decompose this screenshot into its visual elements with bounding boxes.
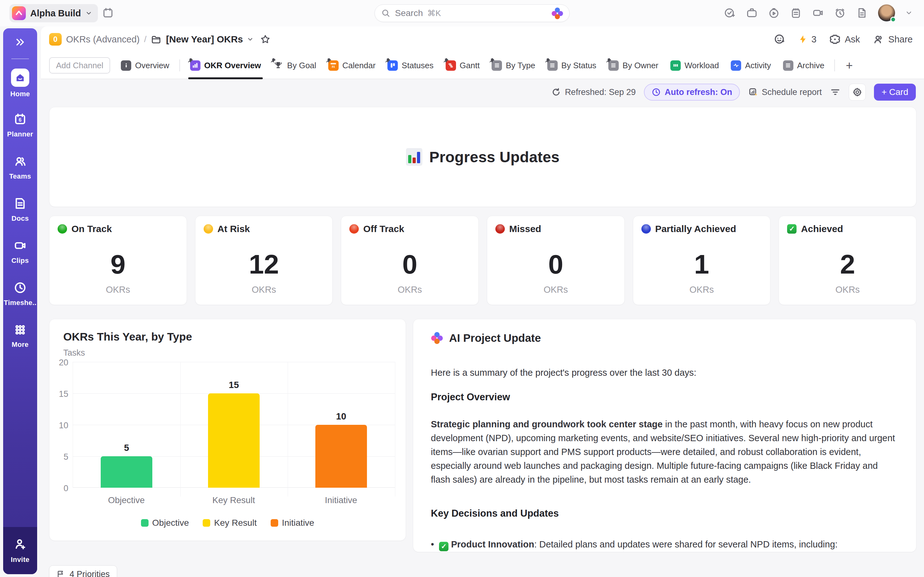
notepad-icon[interactable] bbox=[790, 7, 802, 19]
check-mark-icon: ✓ bbox=[439, 542, 449, 551]
boost-usage[interactable]: 3 bbox=[798, 34, 816, 45]
schedule-report-button[interactable]: Schedule report bbox=[748, 87, 822, 97]
filter-icon[interactable] bbox=[830, 87, 841, 97]
settings-gear-button[interactable] bbox=[849, 84, 866, 101]
reminders-alarm-icon[interactable] bbox=[834, 7, 846, 19]
sidebar: Home 6 Planner Teams Docs Clips Timeshe.… bbox=[3, 28, 37, 574]
feedback-smiley-icon[interactable] bbox=[774, 33, 785, 45]
tab-okr-overview[interactable]: OKR Overview bbox=[186, 52, 266, 79]
ai-icon bbox=[431, 332, 443, 344]
pin-icon bbox=[605, 57, 612, 64]
add-card-button[interactable]: + Card bbox=[874, 84, 916, 101]
add-view-button[interactable]: + bbox=[841, 59, 858, 73]
blue-circle-icon bbox=[641, 224, 651, 234]
sidebar-label-teams: Teams bbox=[9, 172, 31, 181]
bar-objective[interactable]: 5 bbox=[101, 443, 152, 488]
tab-label: Archive bbox=[797, 61, 825, 71]
video-icon[interactable] bbox=[812, 7, 824, 19]
pin-icon bbox=[325, 57, 332, 64]
tab-label: By Owner bbox=[622, 61, 658, 71]
page-title[interactable]: [New Year] OKRs bbox=[166, 34, 243, 45]
sidebar-item-planner[interactable]: 6 Planner bbox=[3, 105, 37, 147]
status-card-partially-achieved[interactable]: Partially Achieved 1 OKRs bbox=[633, 216, 771, 305]
sidebar-item-teams[interactable]: Teams bbox=[3, 147, 37, 189]
bar-key-result[interactable]: 15 bbox=[208, 380, 260, 488]
search-icon bbox=[381, 8, 391, 18]
search-input[interactable]: Search ⌘K bbox=[375, 5, 570, 22]
briefcase-icon[interactable] bbox=[746, 7, 758, 19]
sidebar-item-timesheets[interactable]: Timeshe.. bbox=[3, 273, 37, 315]
dashboard-content: Refreshed: Sep 29 Auto refresh: On Sched… bbox=[41, 79, 924, 577]
docs-icon bbox=[13, 197, 27, 211]
status-label: Partially Achieved bbox=[655, 224, 736, 234]
title-chevron-down-icon[interactable] bbox=[247, 36, 254, 43]
legend-item[interactable]: Initiative bbox=[271, 518, 314, 528]
tab-divider bbox=[834, 60, 835, 71]
legend-item[interactable]: Key Result bbox=[203, 518, 257, 528]
time-tracking-icon[interactable] bbox=[768, 7, 780, 19]
gantt-icon bbox=[446, 60, 456, 71]
tab-label: OKR Overview bbox=[204, 61, 261, 71]
add-channel-button[interactable]: Add Channel bbox=[49, 57, 110, 74]
tab-overview[interactable]: Overview bbox=[116, 52, 173, 79]
pin-icon bbox=[270, 57, 277, 64]
auto-refresh-toggle[interactable]: Auto refresh: On bbox=[644, 84, 740, 101]
status-card-at-risk[interactable]: At Risk 12 OKRs bbox=[195, 216, 333, 305]
share-button[interactable]: Share bbox=[873, 33, 913, 45]
add-task-icon[interactable] bbox=[724, 7, 736, 19]
expand-sidebar-icon[interactable] bbox=[14, 37, 26, 47]
sidebar-item-docs[interactable]: Docs bbox=[3, 189, 37, 231]
bar-value-label: 15 bbox=[229, 380, 239, 390]
breadcrumb-parent[interactable]: OKRs (Advanced) bbox=[66, 34, 140, 45]
overview-info-icon bbox=[121, 60, 131, 71]
calendar-icon[interactable] bbox=[102, 7, 114, 19]
account-chevron-down-icon[interactable] bbox=[905, 9, 913, 17]
tab-label: Workload bbox=[685, 61, 719, 71]
status-card-off-track[interactable]: Off Track 0 OKRs bbox=[341, 216, 479, 305]
tab-statuses[interactable]: Statuses bbox=[383, 52, 438, 79]
tab-by-status[interactable]: By Status bbox=[543, 52, 601, 79]
invite-person-add-icon bbox=[13, 537, 27, 552]
ai-body-bold: Strategic planning and groundwork took c… bbox=[431, 419, 662, 429]
notes-doc-icon[interactable] bbox=[856, 7, 868, 19]
tab-archive[interactable]: Archive bbox=[779, 52, 829, 79]
sidebar-item-more[interactable]: More bbox=[3, 315, 37, 357]
bar-initiative[interactable]: 10 bbox=[315, 411, 367, 488]
refresh-status[interactable]: Refreshed: Sep 29 bbox=[551, 87, 636, 97]
chevron-down-icon bbox=[85, 10, 92, 17]
tab-activity[interactable]: Activity bbox=[726, 52, 775, 79]
y-tick: 15 bbox=[50, 389, 68, 399]
tab-by-type[interactable]: By Type bbox=[487, 52, 540, 79]
bar-value-label: 10 bbox=[336, 411, 346, 422]
sidebar-item-clips[interactable]: Clips bbox=[3, 231, 37, 273]
ai-sparkle-icon[interactable] bbox=[552, 8, 563, 19]
tab-calendar[interactable]: 31 Calendar bbox=[324, 52, 380, 79]
user-avatar[interactable] bbox=[878, 5, 895, 21]
tab-workload[interactable]: Workload bbox=[666, 52, 723, 79]
folder-icon bbox=[151, 34, 162, 45]
priorities-label: 4 Priorities bbox=[69, 569, 110, 577]
invite-button[interactable]: Invite bbox=[3, 527, 37, 574]
tab-by-owner[interactable]: By Owner bbox=[604, 52, 663, 79]
status-card-achieved[interactable]: ✓Achieved 2 OKRs bbox=[779, 216, 916, 305]
workspace-switcher[interactable]: Alpha Build bbox=[10, 4, 98, 23]
svg-text:6: 6 bbox=[19, 117, 22, 122]
bar-rect bbox=[315, 425, 367, 488]
tab-gantt[interactable]: Gantt bbox=[441, 52, 485, 79]
sidebar-item-home[interactable]: Home bbox=[3, 62, 37, 105]
priorities-button[interactable]: 4 Priorities bbox=[49, 566, 117, 577]
space-badge[interactable]: 0 bbox=[49, 33, 62, 45]
status-card-on-track[interactable]: On Track 9 OKRs bbox=[49, 216, 187, 305]
tab-by-goal[interactable]: By Goal bbox=[268, 52, 321, 79]
status-card-missed[interactable]: Missed 0 OKRs bbox=[487, 216, 625, 305]
sidebar-divider bbox=[11, 58, 29, 59]
invite-label: Invite bbox=[11, 556, 29, 564]
ask-ai-button[interactable]: Ask bbox=[829, 33, 860, 45]
pin-icon bbox=[187, 57, 194, 64]
hero-title: Progress Updates bbox=[429, 148, 560, 166]
favorite-star-icon[interactable] bbox=[260, 34, 271, 45]
legend-item[interactable]: Objective bbox=[141, 518, 189, 528]
x-axis-label: Key Result bbox=[180, 495, 288, 505]
online-status-dot bbox=[890, 17, 896, 23]
clock-icon bbox=[651, 87, 661, 97]
